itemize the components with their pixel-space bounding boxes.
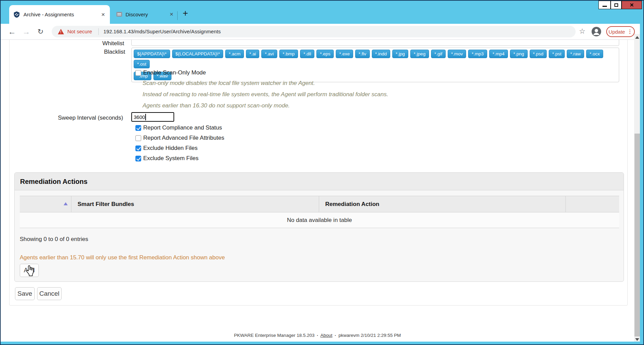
tab-close-icon[interactable]: ✕ bbox=[100, 11, 106, 18]
remediation-table: Smart Filter Bundles Remediation Action … bbox=[20, 196, 619, 228]
blacklist-tag[interactable]: *.mp4 bbox=[489, 50, 508, 58]
scan-only-note-1: Scan-only mode disables the local file s… bbox=[143, 80, 315, 87]
url-text[interactable]: 192.168.1.43/mds/SuperUser/Archive/Assig… bbox=[103, 29, 221, 34]
scan-only-note-3: Agents earlier than 16.30 do not support… bbox=[143, 102, 290, 109]
browser-menu-icon[interactable]: ⋮ bbox=[627, 29, 632, 35]
exclude-system-checkbox[interactable] bbox=[135, 156, 141, 161]
blacklist-tag[interactable]: *.gif bbox=[431, 50, 446, 58]
profile-avatar-icon[interactable] bbox=[591, 27, 601, 37]
about-link[interactable]: About bbox=[320, 333, 332, 338]
sweep-interval-input[interactable] bbox=[131, 112, 174, 122]
blacklist-tag[interactable]: ${LOCALAPPDATA}\* bbox=[172, 50, 224, 58]
table-header-remediation-action[interactable]: Remediation Action bbox=[319, 196, 566, 212]
page-content: Whitelist Blacklist ${APPDATA}\*${LOCALA… bbox=[1, 1, 643, 344]
window-close-button[interactable]: ✕ bbox=[622, 1, 642, 9]
blacklist-label: Blacklist bbox=[57, 49, 125, 55]
exclude-hidden-checkbox[interactable] bbox=[135, 145, 141, 151]
blacklist-tag[interactable]: *.jpg bbox=[392, 50, 408, 58]
blacklist-tag[interactable]: *.pst bbox=[549, 50, 565, 58]
blacklist-tag[interactable]: *.ost bbox=[134, 60, 150, 68]
scan-only-checkbox[interactable] bbox=[135, 70, 141, 76]
report-compliance-checkbox[interactable] bbox=[135, 125, 141, 131]
remediation-actions-panel: Remediation Actions Smart Filter Bundles… bbox=[14, 172, 624, 282]
update-label: Update bbox=[609, 29, 625, 35]
mouse-pointer-hand-icon bbox=[25, 265, 34, 277]
forward-button[interactable]: → bbox=[20, 24, 32, 39]
address-separator bbox=[98, 28, 99, 35]
blacklist-tag[interactable]: *.acm bbox=[225, 50, 244, 58]
tab-divider bbox=[177, 11, 178, 20]
table-header-sort[interactable] bbox=[20, 196, 71, 212]
window-maximize-button[interactable] bbox=[611, 1, 622, 9]
browser-toolbar: ← → ↻ ! Not secure 192.168.1.43/mds/Supe… bbox=[1, 24, 643, 40]
sort-asc-icon bbox=[64, 202, 68, 205]
page-footer: PKWARE Enterprise Manager 18.5.203 · Abo… bbox=[1, 333, 634, 338]
pkware-logo-icon bbox=[13, 11, 20, 18]
exclude-system-row[interactable]: Exclude System Files bbox=[135, 155, 199, 162]
blacklist-tag[interactable]: *.flv bbox=[355, 50, 370, 58]
scan-only-label: Enable Scan-Only Mode bbox=[143, 69, 206, 76]
address-bar[interactable]: ! Not secure 192.168.1.43/mds/SuperUser/… bbox=[52, 26, 576, 37]
scan-only-note-2: Instead of reacting to real-time file sy… bbox=[143, 91, 388, 98]
table-header-row: Smart Filter Bundles Remediation Action bbox=[20, 196, 619, 212]
blacklist-tag[interactable]: *.avi bbox=[261, 50, 277, 58]
blacklist-tag[interactable]: *.mov bbox=[448, 50, 466, 58]
whitelist-label: Whitelist bbox=[56, 40, 124, 47]
tab-title: Archive - Assignments bbox=[23, 12, 100, 17]
not-secure-label[interactable]: Not secure bbox=[67, 29, 92, 34]
scan-only-row[interactable]: Enable Scan-Only Mode bbox=[135, 69, 206, 76]
blacklist-tag[interactable]: *.jpeg bbox=[410, 50, 429, 58]
blacklist-tag[interactable]: *.png bbox=[510, 50, 528, 58]
report-compliance-row[interactable]: Report Compliance and Status bbox=[135, 124, 222, 131]
scroll-down-icon[interactable] bbox=[635, 338, 639, 341]
blacklist-tag[interactable]: *.psd bbox=[530, 50, 547, 58]
blacklist-tag[interactable]: *.exe bbox=[336, 50, 353, 58]
update-button[interactable]: Update ⋮ bbox=[606, 26, 635, 37]
footer-separator: · bbox=[335, 333, 336, 338]
window-minimize-button[interactable] bbox=[598, 1, 611, 9]
tab-archive-assignments[interactable]: Archive - Assignments ✕ bbox=[9, 5, 110, 24]
blacklist-tags[interactable]: ${APPDATA}\*${LOCALAPPDATA}\**.acm*.ai*.… bbox=[131, 48, 619, 82]
tab-title: Discovery bbox=[126, 12, 169, 17]
blacklist-tag[interactable]: *.ocx bbox=[586, 50, 603, 58]
agents-version-note: Agents earlier than 15.70 will only use … bbox=[20, 254, 225, 261]
blacklist-tag[interactable]: *.ai bbox=[246, 50, 260, 58]
scroll-up-icon[interactable] bbox=[635, 36, 639, 39]
tab-discovery[interactable]: Discovery ✕ bbox=[113, 7, 178, 22]
report-compliance-label: Report Compliance and Status bbox=[143, 124, 222, 131]
discovery-favicon bbox=[116, 12, 122, 17]
table-header-smart-filter-bundles[interactable]: Smart Filter Bundles bbox=[71, 196, 319, 212]
showing-entries-text: Showing 0 to 0 of 0 entries bbox=[20, 236, 88, 243]
tab-close-icon[interactable]: ✕ bbox=[169, 11, 174, 18]
blacklist-tag[interactable]: *.eps bbox=[316, 50, 334, 58]
browser-window: Whitelist Blacklist ${APPDATA}\*${LOCALA… bbox=[0, 0, 644, 345]
back-button[interactable]: ← bbox=[6, 24, 18, 39]
report-advanced-checkbox[interactable] bbox=[135, 135, 141, 141]
maximize-icon bbox=[614, 3, 618, 7]
minimize-icon bbox=[602, 6, 607, 7]
table-empty-row: No data available in table bbox=[20, 212, 619, 228]
bookmark-star-icon[interactable]: ☆ bbox=[579, 27, 585, 35]
table-header-actions bbox=[566, 196, 619, 212]
text-caret bbox=[145, 114, 146, 120]
window-controls: ✕ bbox=[598, 1, 642, 9]
window-bottom-border bbox=[1, 342, 643, 344]
sweep-interval-label: Sweep Interval (seconds) bbox=[38, 115, 123, 121]
report-advanced-row[interactable]: Report Advanced File Attributes bbox=[135, 135, 224, 141]
blacklist-tag[interactable]: *.indd bbox=[372, 50, 391, 58]
not-secure-warning-icon: ! bbox=[58, 29, 64, 34]
blacklist-tag[interactable]: *.dll bbox=[300, 50, 315, 58]
exclude-hidden-row[interactable]: Exclude Hidden Files bbox=[135, 145, 198, 152]
cancel-button[interactable]: Cancel bbox=[37, 287, 62, 300]
reload-button[interactable]: ↻ bbox=[35, 24, 46, 39]
blacklist-tag[interactable]: *.bmp bbox=[279, 50, 298, 58]
save-button[interactable]: Save bbox=[15, 287, 35, 300]
blacklist-tag[interactable]: *.raw bbox=[567, 50, 584, 58]
blacklist-tag[interactable]: ${APPDATA}\* bbox=[134, 50, 170, 58]
scrollbar-thumb[interactable] bbox=[634, 134, 640, 337]
panel-header: Remediation Actions bbox=[15, 173, 624, 190]
blacklist-tag[interactable]: *.mp3 bbox=[468, 50, 487, 58]
new-tab-button[interactable]: + bbox=[180, 8, 191, 18]
panel-title: Remediation Actions bbox=[20, 173, 87, 190]
window-right-border bbox=[640, 1, 643, 344]
